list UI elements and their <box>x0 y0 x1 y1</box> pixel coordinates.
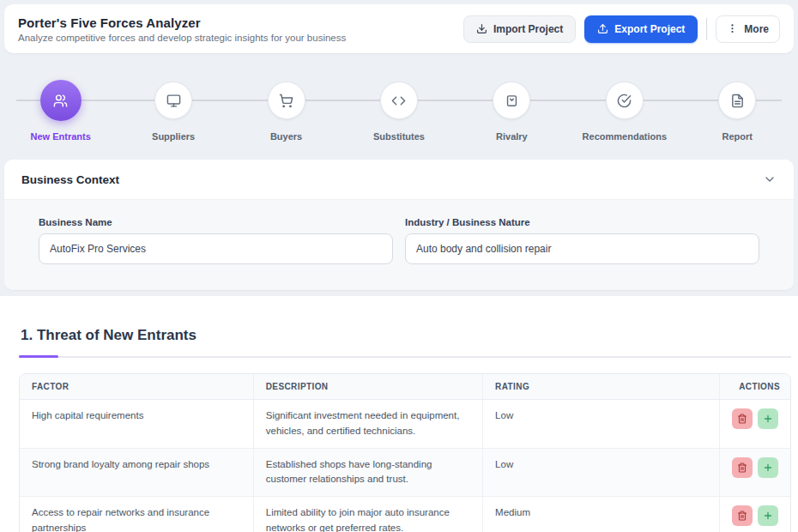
factor-cell: Access to repair networks and insurance … <box>20 497 253 532</box>
step-label: New Entrants <box>31 131 91 142</box>
rating-cell: Low <box>482 449 719 498</box>
description-cell: Significant investment needed in equipme… <box>253 400 482 449</box>
force-section: 1. Threat of New Entrants FACTOR DESCRIP… <box>0 296 798 532</box>
page-title: Porter's Five Forces Analyzer <box>18 15 346 30</box>
delete-row-button[interactable] <box>732 408 753 429</box>
rating-column-header: RATING <box>482 374 719 400</box>
step-new-entrants[interactable]: New Entrants <box>4 80 117 160</box>
step-label: Buyers <box>270 131 302 142</box>
description-cell: Limited ability to join major auto insur… <box>253 497 482 532</box>
business-name-label: Business Name <box>39 217 393 227</box>
rating-cell: Low <box>482 400 719 449</box>
top-panel: Porter's Five Forces Analyzer Analyze co… <box>0 0 798 296</box>
description-column-header: DESCRIPTION <box>253 374 482 400</box>
industry-label: Industry / Business Nature <box>405 217 759 227</box>
users-icon <box>40 80 82 121</box>
step-rivalry[interactable]: Rivalry <box>456 80 568 160</box>
add-row-button[interactable] <box>758 505 778 526</box>
delete-row-button[interactable] <box>732 505 753 526</box>
more-button[interactable]: More <box>716 15 780 43</box>
step-label: Recommendations <box>583 131 667 142</box>
table-row: Strong brand loyalty among repair shops … <box>20 449 790 498</box>
file-text-icon <box>718 82 756 119</box>
trash-icon <box>737 414 747 424</box>
shopping-cart-icon <box>268 82 305 119</box>
import-project-label: Import Project <box>493 23 563 35</box>
table-header-row: FACTOR DESCRIPTION RATING ACTIONS <box>20 374 790 400</box>
chevron-down-icon[interactable] <box>763 172 777 186</box>
delete-row-button[interactable] <box>732 457 753 478</box>
archive-box-icon <box>493 82 530 119</box>
factor-cell: Strong brand loyalty among repair shops <box>20 449 253 498</box>
step-recommendations[interactable]: Recommendations <box>568 80 680 160</box>
section-title-underline <box>19 356 791 358</box>
stepper-steps: New Entrants Suppliers Buyers Substitute… <box>4 53 794 160</box>
step-label: Substitutes <box>373 131 425 142</box>
rating-cell: Medium <box>482 497 719 532</box>
description-cell: Established shops have long-standing cus… <box>253 449 482 498</box>
trash-icon <box>737 462 747 473</box>
industry-input[interactable] <box>405 233 759 264</box>
header-titles: Porter's Five Forces Analyzer Analyze co… <box>18 15 346 43</box>
upload-icon <box>597 23 608 34</box>
plus-icon <box>763 511 773 521</box>
download-icon <box>476 23 487 34</box>
business-name-field-group: Business Name <box>39 217 393 264</box>
steps-navigation: New Entrants Suppliers Buyers Substitute… <box>4 53 794 160</box>
import-project-button[interactable]: Import Project <box>463 15 576 43</box>
kebab-menu-icon <box>727 23 738 34</box>
table-row: Access to repair networks and insurance … <box>20 497 790 532</box>
step-label: Suppliers <box>152 131 195 142</box>
factors-table: FACTOR DESCRIPTION RATING ACTIONS High c… <box>19 373 791 532</box>
factor-cell: High capital requirements <box>20 400 253 449</box>
step-report[interactable]: Report <box>681 80 794 160</box>
step-label: Rivalry <box>496 131 528 142</box>
business-context-title: Business Context <box>21 173 119 186</box>
header-actions: Import Project Export Project More <box>463 15 780 43</box>
export-project-button[interactable]: Export Project <box>584 15 698 43</box>
step-substitutes[interactable]: Substitutes <box>342 80 455 160</box>
actions-column-header: ACTIONS <box>719 374 790 400</box>
plus-icon <box>763 414 773 424</box>
more-label: More <box>744 23 769 35</box>
business-context-card: Business Context Business Name Industry … <box>4 160 794 290</box>
business-context-header[interactable]: Business Context <box>4 160 794 199</box>
header-divider <box>706 18 707 40</box>
factor-column-header: FACTOR <box>20 374 253 400</box>
step-label: Report <box>722 131 753 142</box>
factors-table-body: High capital requirements Significant in… <box>20 400 790 532</box>
business-context-form: Business Name Industry / Business Nature <box>4 199 794 290</box>
trash-icon <box>737 511 747 521</box>
step-buyers[interactable]: Buyers <box>230 80 342 160</box>
actions-cell <box>719 449 790 498</box>
actions-cell <box>719 497 790 532</box>
section-title: 1. Threat of New Entrants <box>19 327 791 344</box>
industry-field-group: Industry / Business Nature <box>405 217 759 264</box>
plus-icon <box>763 462 773 473</box>
app-header: Porter's Five Forces Analyzer Analyze co… <box>4 4 794 53</box>
actions-cell <box>719 400 790 449</box>
add-row-button[interactable] <box>758 457 778 478</box>
table-row: High capital requirements Significant in… <box>20 400 790 449</box>
check-circle-icon <box>606 82 644 119</box>
code-icon <box>380 82 418 119</box>
page-subtitle: Analyze competitive forces and develop s… <box>18 33 346 43</box>
monitor-icon <box>154 82 192 119</box>
step-suppliers[interactable]: Suppliers <box>117 80 229 160</box>
add-row-button[interactable] <box>758 408 778 429</box>
export-project-label: Export Project <box>614 23 685 35</box>
business-name-input[interactable] <box>39 233 393 264</box>
